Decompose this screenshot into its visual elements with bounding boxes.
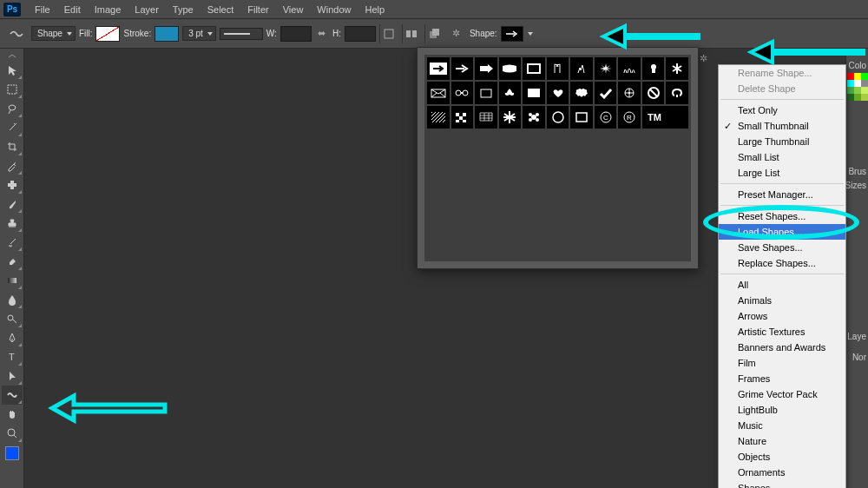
shape-thumb[interactable] (499, 106, 522, 129)
layers-panel-tab[interactable]: Laye (847, 332, 866, 341)
height-input[interactable] (345, 26, 376, 42)
shape-thumb[interactable] (618, 57, 641, 80)
menu-view[interactable]: View (276, 2, 311, 17)
ctx-preset-animals[interactable]: Animals (719, 293, 845, 308)
shape-thumb[interactable] (642, 82, 665, 104)
menu-file[interactable]: File (28, 2, 57, 17)
gradient-tool[interactable] (2, 271, 23, 290)
shape-mode-dropdown[interactable]: Shape (31, 26, 76, 41)
shape-thumb[interactable] (451, 57, 474, 80)
shape-thumb[interactable] (523, 82, 545, 104)
geometry-options-icon[interactable]: ✲ (447, 24, 466, 43)
lasso-tool[interactable] (2, 99, 23, 118)
ctx-replace-shapes[interactable]: Replace Shapes... (719, 255, 845, 271)
ctx-preset-arrows[interactable]: Arrows (719, 308, 845, 324)
shape-thumb[interactable] (642, 57, 665, 80)
ctx-preset-all[interactable]: All (719, 277, 845, 293)
stroke-style-dropdown[interactable] (220, 28, 263, 40)
shape-thumb[interactable] (427, 57, 450, 80)
eyedropper-tool[interactable] (2, 156, 23, 175)
ctx-preset-frames[interactable]: Frames (719, 371, 845, 386)
stroke-swatch[interactable] (155, 26, 179, 42)
shape-thumb[interactable] (475, 82, 497, 104)
ctx-preset-nature[interactable]: Nature (719, 433, 845, 449)
shape-thumb[interactable] (523, 106, 545, 129)
ctx-save-shapes[interactable]: Save Shapes... (719, 240, 845, 255)
ctx-large-thumbnail[interactable]: Large Thumbnail (719, 134, 845, 149)
shape-picker[interactable] (501, 26, 523, 42)
menu-help[interactable]: Help (358, 2, 391, 17)
menu-window[interactable]: Window (310, 2, 358, 17)
eraser-tool[interactable] (2, 252, 23, 271)
move-tool[interactable] (2, 61, 23, 80)
shape-thumb[interactable] (547, 82, 569, 104)
shape-thumb[interactable] (547, 106, 569, 129)
shape-thumb[interactable] (595, 57, 617, 80)
ctx-preset-music[interactable]: Music (719, 418, 845, 433)
ctx-preset-film[interactable]: Film (719, 355, 845, 371)
ctx-reset-shapes[interactable]: Reset Shapes... (719, 208, 845, 224)
shape-thumb[interactable] (570, 57, 593, 80)
ctx-small-list[interactable]: Small List (719, 149, 845, 165)
ctx-preset-manager[interactable]: Preset Manager... (719, 187, 845, 202)
foreground-color-swatch[interactable] (5, 446, 19, 460)
arrange-icon[interactable] (424, 24, 444, 43)
width-input[interactable] (280, 26, 312, 42)
shape-thumb[interactable] (595, 82, 617, 104)
path-op-new-icon[interactable] (379, 24, 398, 43)
fill-swatch[interactable] (95, 26, 120, 42)
shape-thumb[interactable] (570, 106, 593, 129)
shape-thumb[interactable] (499, 82, 522, 104)
zoom-tool[interactable] (2, 424, 23, 443)
custom-shape-tool[interactable] (2, 386, 23, 405)
history-brush-tool[interactable] (2, 233, 23, 252)
menu-image[interactable]: Image (88, 2, 128, 17)
shape-thumb[interactable] (666, 82, 688, 104)
ctx-small-thumbnail[interactable]: Small Thumbnail (719, 118, 845, 134)
ctx-preset-shapes[interactable]: Shapes (719, 480, 845, 488)
ctx-preset-ornaments[interactable]: Ornaments (719, 465, 845, 480)
ctx-large-list[interactable]: Large List (719, 165, 845, 181)
wand-tool[interactable] (2, 118, 23, 137)
ctx-preset-artistic[interactable]: Artistic Textures (719, 324, 845, 340)
stroke-width-dropdown[interactable]: 3 pt (182, 26, 216, 41)
shape-thumb[interactable]: TM (642, 106, 688, 129)
panel-menu-gear-icon[interactable]: ✲ (700, 53, 710, 63)
hand-tool[interactable] (2, 405, 23, 424)
ctx-preset-objects[interactable]: Objects (719, 449, 845, 465)
align-icon[interactable] (402, 24, 421, 43)
shape-thumb[interactable] (475, 106, 497, 129)
ctx-text-only[interactable]: Text Only (719, 102, 845, 118)
tool-preset-icon[interactable] (5, 24, 28, 43)
shape-thumb[interactable]: C (595, 106, 617, 129)
shape-thumb[interactable] (547, 57, 569, 80)
color-swatches[interactable] (847, 73, 868, 101)
stamp-tool[interactable] (2, 214, 23, 233)
shape-thumb[interactable] (570, 82, 593, 104)
crop-tool[interactable] (2, 137, 23, 156)
shape-thumb[interactable] (618, 82, 641, 104)
shape-thumb[interactable] (499, 57, 522, 80)
menu-filter[interactable]: Filter (240, 2, 275, 17)
menu-edit[interactable]: Edit (57, 2, 88, 17)
ctx-preset-lightbulb[interactable]: LightBulb (719, 402, 845, 418)
shape-thumb[interactable] (475, 57, 497, 80)
type-tool[interactable]: T (2, 347, 23, 366)
shape-thumb[interactable] (427, 106, 450, 129)
menu-layer[interactable]: Layer (128, 2, 166, 17)
shape-thumb[interactable] (451, 82, 474, 104)
shape-thumb[interactable] (451, 106, 474, 129)
brush-panel-tab[interactable]: Brus (848, 167, 866, 176)
shape-thumb[interactable]: R (618, 106, 641, 129)
blend-mode-label[interactable]: Nor (852, 353, 866, 362)
healing-tool[interactable] (2, 175, 23, 195)
path-select-tool[interactable] (2, 366, 23, 386)
menu-type[interactable]: Type (166, 2, 201, 17)
ctx-preset-grime[interactable]: Grime Vector Pack (719, 386, 845, 402)
dodge-tool[interactable] (2, 309, 23, 328)
ctx-load-shapes[interactable]: Load Shapes... (719, 224, 845, 240)
ctx-preset-banners[interactable]: Banners and Awards (719, 340, 845, 355)
shape-thumb[interactable] (427, 82, 450, 104)
brush-tool[interactable] (2, 195, 23, 214)
shape-thumb[interactable] (666, 57, 688, 80)
